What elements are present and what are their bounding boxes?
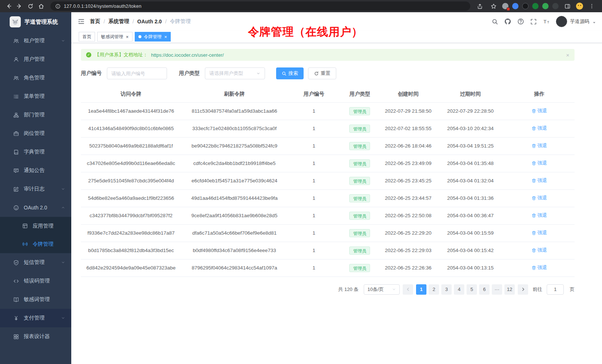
topbar: 首页/系统管理/OAuth 2.0/令牌管理 TT 芋道源码 (71, 12, 602, 31)
page-button-12[interactable]: 12 (504, 284, 515, 295)
fullscreen-icon[interactable] (530, 19, 537, 25)
tab-oauth2-token[interactable]: 令牌管理× (135, 32, 171, 42)
sidebar-item-dict[interactable]: 字典管理 (0, 143, 71, 161)
sidebar-item-dept[interactable]: 部门管理 (0, 106, 71, 124)
font-size-icon[interactable]: TT (543, 18, 550, 25)
url-bar[interactable]: 127.0.0.1:1024/system/oauth2/token (50, 1, 470, 11)
sidebar-item-post[interactable]: 岗位管理 (0, 124, 71, 143)
close-icon[interactable]: × (566, 52, 569, 58)
next-page-button[interactable] (518, 284, 528, 295)
tab-sensitive-word[interactable]: 敏感词管理× (97, 32, 132, 42)
sidebar-item-menu[interactable]: 菜单管理 (0, 87, 71, 106)
force-logout-button[interactable]: 强退 (531, 212, 547, 219)
site-info-icon[interactable] (55, 4, 60, 9)
page-button-6[interactable]: 6 (479, 284, 490, 295)
sidebar-item-report[interactable]: 报表设计器 (0, 327, 71, 346)
sidebar-item-label: 敏感词管理 (24, 296, 65, 303)
cell-action: 强退 (504, 102, 575, 120)
breadcrumb-item[interactable]: 首页 (90, 18, 100, 25)
page-button-3[interactable]: 3 (441, 284, 452, 295)
column-header: 用户编号 (288, 86, 340, 102)
user-type-badge: 管理员 (349, 194, 370, 202)
reload-icon[interactable] (25, 1, 35, 11)
search-icon[interactable] (492, 19, 498, 25)
force-logout-button[interactable]: 强退 (531, 107, 547, 114)
shield-icon (13, 260, 19, 265)
alert-doc-link[interactable]: https://doc.iocoder.cn/user-center/ (151, 52, 224, 58)
help-icon[interactable] (517, 18, 524, 25)
cell-user-id: 1 (288, 172, 340, 189)
sidebar-item-role[interactable]: 角色管理 (0, 69, 71, 87)
force-logout-button[interactable]: 强退 (531, 125, 547, 132)
extension-icon[interactable] (512, 3, 518, 9)
user-id-input[interactable] (107, 67, 167, 79)
sidebar-item-sms[interactable]: 短信管理 (0, 253, 71, 272)
goto-page-input[interactable] (547, 284, 564, 295)
breadcrumb-item[interactable]: 系统管理 (108, 18, 129, 25)
prev-page-button[interactable] (403, 284, 413, 295)
user-menu[interactable]: 芋道源码 (556, 16, 596, 27)
reset-button[interactable]: 重置 (308, 67, 336, 79)
sidebar-item-oauth2-token[interactable]: 令牌管理 (0, 235, 71, 253)
sidebar-item-oauth2-app[interactable]: 应用管理 (0, 217, 71, 235)
cell-access-token: 6d842e2924594de9a09e45e087323abe (81, 259, 181, 277)
force-logout-button[interactable]: 强退 (531, 195, 547, 201)
list-icon (13, 94, 19, 99)
tab-home[interactable]: 首页 (79, 32, 95, 42)
force-logout-button[interactable]: 强退 (531, 229, 547, 236)
page-size-value: 10条/页 (367, 286, 384, 293)
extension-icon[interactable] (542, 3, 549, 9)
close-icon[interactable]: × (126, 34, 129, 39)
page-size-select[interactable]: 10条/页 (364, 284, 400, 295)
page-button-5[interactable]: 5 (467, 284, 477, 295)
page-button-4[interactable]: 4 (454, 284, 464, 295)
user-type-badge: 管理员 (349, 229, 370, 237)
force-logout-label: 强退 (537, 247, 547, 254)
cell-access-token: 1ea5e44f8bc1467aaede43144f31de76 (81, 102, 181, 120)
force-logout-button[interactable]: 强退 (531, 177, 547, 184)
forward-icon[interactable] (14, 1, 24, 11)
breadcrumb: 首页/系统管理/OAuth 2.0/令牌管理 (90, 18, 191, 25)
pagination: 共 120 条 10条/页 123456···12 前往 页 (81, 284, 575, 295)
side-panel-icon[interactable] (562, 1, 572, 11)
cell-create-time: 2022-06-26 18:04:46 (380, 137, 437, 155)
user-type-badge: 管理员 (349, 177, 370, 185)
search-button[interactable]: 搜索 (276, 67, 304, 79)
extension-icon[interactable] (502, 3, 508, 9)
tab-active-dot (138, 35, 141, 38)
sidebar-item-error-code[interactable]: 错误码管理 (0, 272, 71, 290)
browser-menu-icon[interactable] (587, 1, 597, 11)
force-logout-button[interactable]: 强退 (531, 264, 547, 271)
page-button-2[interactable]: 2 (429, 284, 439, 295)
bookmark-star-icon[interactable] (488, 1, 498, 11)
home-icon[interactable] (36, 1, 46, 11)
github-icon[interactable] (504, 18, 511, 25)
page-ellipsis[interactable]: ··· (492, 284, 502, 295)
extension-icon[interactable] (552, 3, 559, 9)
extension-icon[interactable] (522, 3, 529, 9)
force-logout-button[interactable]: 强退 (531, 160, 547, 166)
user-type-select[interactable]: 请选择用户类型 (205, 67, 265, 79)
sidebar-item-tenant[interactable]: 租户管理 (0, 32, 71, 50)
breadcrumb-separator: / (165, 19, 167, 24)
extension-icon[interactable] (532, 3, 539, 9)
page-button-1[interactable]: 1 (416, 284, 426, 295)
cell-access-token: c342377bf8b344799dcbf7bf095287f2 (81, 207, 181, 224)
close-icon[interactable]: × (164, 34, 167, 39)
breadcrumb-item[interactable]: OAuth 2.0 (137, 19, 162, 24)
sidebar-item-notice[interactable]: 通知公告 (0, 161, 71, 180)
force-logout-button[interactable]: 强退 (531, 247, 547, 254)
share-icon[interactable] (475, 1, 485, 11)
cell-expire-time: 2054-03-04 19:51:25 (437, 137, 504, 155)
sidebar-collapse-button[interactable] (78, 18, 85, 25)
back-icon[interactable] (4, 1, 14, 11)
sidebar-item-user[interactable]: 用户管理 (0, 50, 71, 69)
sidebar-item-oauth2[interactable]: OAuth 2.0 (0, 198, 71, 217)
users-icon (13, 38, 19, 44)
sidebar-item-audit-log[interactable]: 审计日志 (0, 180, 71, 198)
app-logo[interactable]: 芋道管理系统 (0, 12, 71, 32)
browser-profile-avatar[interactable] (576, 3, 583, 10)
sidebar-item-pay[interactable]: 支付管理 (0, 309, 71, 327)
force-logout-button[interactable]: 强退 (531, 142, 547, 149)
sidebar-item-sensitive[interactable]: 敏感词管理 (0, 290, 71, 309)
